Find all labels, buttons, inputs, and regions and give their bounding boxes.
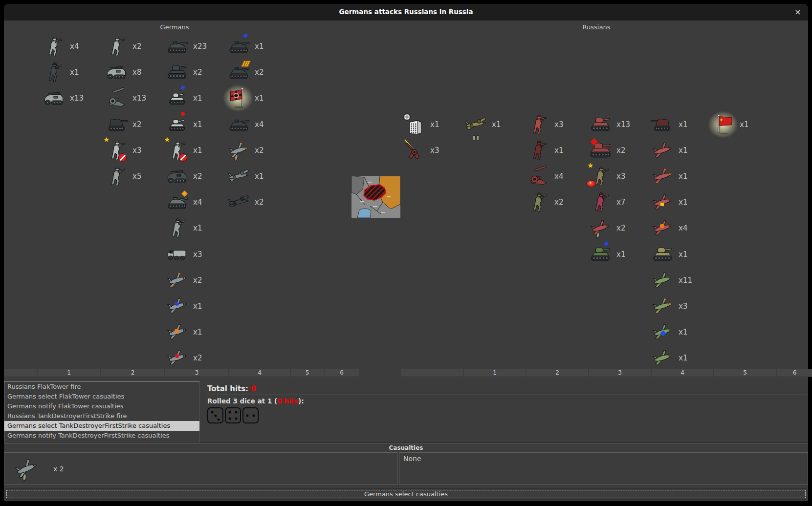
fighter-icon	[650, 139, 675, 162]
germans-unit-assaultgun: x23	[165, 35, 207, 58]
russians-unit-fighter: x11	[650, 269, 692, 292]
territory-map	[351, 176, 400, 218]
infantry-icon	[165, 216, 189, 240]
unit-count: x2	[255, 146, 263, 155]
tank-icon	[588, 113, 613, 136]
die-2	[242, 407, 259, 423]
unit-count: x1	[193, 224, 202, 232]
infantry-icon	[588, 190, 613, 214]
rolled-hits: 0 hits	[277, 397, 298, 405]
infantry-icon	[526, 113, 550, 136]
russians-panel-label: Russians	[583, 23, 611, 31]
russians-unit-infantry: x1	[526, 139, 563, 162]
stripes-badge	[242, 61, 250, 66]
rolled-prefix: Rolled 3 dice at 1 (	[207, 397, 277, 405]
die-3	[207, 407, 223, 423]
fighter-icon	[650, 190, 675, 214]
heavytank-icon	[588, 139, 613, 162]
unit-count: x2	[132, 120, 141, 129]
dice-scale-cell	[4, 369, 37, 377]
germans-unit-fighter: x2	[165, 269, 202, 292]
unit-count: x3	[554, 120, 563, 129]
infantry-icon: ★	[104, 139, 129, 162]
tankdestroyer-icon	[104, 113, 129, 136]
dice-scale-cell: 6	[777, 369, 812, 377]
assaultgun-icon	[226, 61, 251, 84]
bomber-icon	[463, 113, 488, 136]
dice-scale-cell: 4	[229, 369, 290, 377]
fighter-icon	[165, 295, 189, 318]
russians-unit-infantry: x2	[526, 190, 563, 214]
unit-count: x11	[679, 276, 692, 285]
fighter-icon	[650, 320, 675, 344]
russians-unit-infantry: x3	[526, 113, 563, 136]
tank-icon	[650, 243, 675, 266]
close-icon[interactable]: ×	[793, 7, 803, 17]
infantry-icon	[42, 61, 66, 84]
battle-step-item[interactable]: Russians TankDestroyerFirstStrike fire	[4, 411, 199, 421]
battle-step-item[interactable]: Germans notify FlakTower casualties	[4, 401, 199, 411]
fighter-icon	[165, 269, 189, 292]
select-casualties-button[interactable]: Germans select casualties	[5, 488, 807, 500]
flaktower-icon	[402, 113, 426, 136]
unit-count: x1	[616, 250, 625, 259]
battle-step-item[interactable]: Germans select TankDestroyerFirstStrike …	[4, 421, 199, 431]
casualties-divider	[4, 443, 808, 443]
russians-unit-heavytank: x2	[588, 139, 625, 162]
germans-unit-halftrack: x13	[42, 86, 84, 110]
unit-count: x2	[255, 68, 263, 77]
russians-unit-fighter: x1	[650, 346, 687, 370]
dice-scale-cell	[401, 369, 463, 377]
russians-unit-bomber: x1	[463, 113, 501, 136]
battle-step-item[interactable]: Russians FlakTower fire	[4, 382, 199, 392]
divebomber-icon	[588, 216, 613, 240]
fighter-icon	[650, 269, 675, 292]
dice-results-panel: Total hits: 0 Rolled 3 dice at 1 (0 hits…	[207, 384, 807, 423]
total-hits-value: 0	[251, 384, 256, 393]
lighttank-icon	[165, 113, 189, 136]
dot-badge	[181, 85, 185, 89]
unit-count: x5	[132, 172, 141, 181]
germans-unit-infantry: x2	[104, 35, 141, 58]
unit-count: x1	[255, 42, 263, 51]
unit-count: x1	[492, 120, 501, 129]
unit-count: x1	[679, 354, 687, 362]
russians-unit-infantry: ★x3	[588, 165, 625, 188]
unit-count: x2	[132, 42, 141, 51]
pending-casualties-box[interactable]: x 2	[4, 452, 397, 485]
selected-casualties-text: None	[403, 455, 421, 463]
battle-step-item[interactable]: Germans select FlakTower casualties	[4, 392, 199, 401]
die-4	[225, 407, 241, 423]
germans-unit-fighter: x1	[165, 320, 202, 344]
battle-step-item[interactable]: Germans notify TankDestroyerFirstStrike …	[4, 431, 199, 441]
germans-unit-assaultgun: x1	[226, 35, 263, 58]
infantry-icon: ★	[588, 165, 613, 188]
unit-count: x3	[193, 250, 202, 259]
star-badge: ★	[103, 136, 110, 144]
dice-scale-right: 123456	[401, 369, 812, 377]
unit-count: x23	[193, 42, 207, 51]
unit-count: x1	[679, 328, 687, 337]
russians-unit-tank: x13	[588, 113, 630, 136]
germans-unit-assaultgun: x4	[226, 113, 263, 136]
russians-unit-fighter: x4	[650, 216, 687, 240]
assaultgun-icon	[226, 35, 251, 58]
unit-count: x2	[554, 198, 563, 207]
dot-badge	[175, 329, 179, 333]
unit-count: x2	[616, 146, 625, 155]
germans-unit-infantry: x5	[104, 165, 141, 188]
russians-unit-fighter: x1	[650, 139, 687, 162]
unit-count: x1	[679, 250, 687, 259]
unit-count: x1	[193, 94, 202, 103]
total-hits-label: Total hits:	[207, 384, 248, 393]
battle-steps-list[interactable]: Russians FlakTower fireGermans select Fl…	[4, 381, 200, 443]
unit-count: x2	[193, 276, 202, 285]
fighter-icon	[650, 216, 675, 240]
unit-count: x1	[193, 120, 202, 129]
germans-panel-label: Germans	[160, 23, 189, 31]
germans-unit-infantry: ★x1	[165, 139, 202, 162]
unit-count: x13	[616, 120, 630, 129]
flag-icon	[226, 86, 251, 110]
germans-unit-bomber: x1	[226, 165, 263, 188]
russians-unit-fighter: x3	[650, 295, 687, 318]
